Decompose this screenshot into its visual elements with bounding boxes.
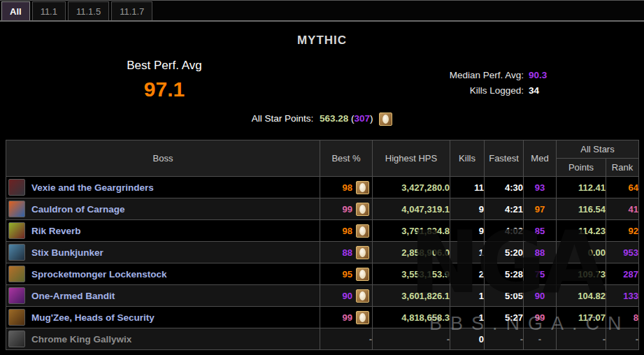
median-perf-label: Median Perf. Avg: bbox=[450, 68, 524, 83]
all-star-points-value: 563.28 bbox=[320, 113, 348, 124]
boss-name-link[interactable]: Cauldron of Carnage bbox=[31, 204, 125, 215]
points-value: 0.00 bbox=[557, 242, 606, 263]
boss-name-link[interactable]: Rik Reverb bbox=[31, 226, 81, 236]
med-value: 90 bbox=[524, 285, 557, 307]
kills-value: 1 bbox=[450, 242, 485, 263]
boss-name-link[interactable]: Stix Bunkjunker bbox=[31, 247, 103, 258]
fastest-value: 5:27 bbox=[485, 307, 524, 328]
tab-11-1-7[interactable]: 11.1.7 bbox=[111, 1, 152, 20]
points-value: 114.23 bbox=[557, 220, 606, 242]
header-med[interactable]: Med bbox=[524, 140, 557, 177]
boss-name-link[interactable]: Mug'Zee, Heads of Security bbox=[31, 312, 155, 323]
med-value: 93 bbox=[524, 177, 557, 198]
boss-portrait-icon bbox=[8, 287, 25, 304]
boss-name-link[interactable]: Vexie and the Geargrinders bbox=[31, 182, 154, 193]
highest-hps-value: 4,818,658.3 bbox=[373, 307, 450, 328]
header-points[interactable]: Points bbox=[557, 159, 606, 177]
patch-tab-bar: All 11.1 11.1.5 11.1.7 bbox=[0, 0, 644, 22]
table-header: Boss Best % Highest HPS Kills Fastest Me… bbox=[6, 140, 639, 177]
points-value: 117.07 bbox=[557, 307, 606, 328]
highest-hps-value: 3,553,153.9 bbox=[373, 263, 450, 285]
trinket-icon bbox=[356, 224, 369, 238]
boss-portrait-icon bbox=[8, 309, 25, 326]
header-rank[interactable]: Rank bbox=[606, 159, 639, 177]
points-value: 116.54 bbox=[557, 198, 606, 220]
best-pct-value[interactable]: 95 bbox=[343, 269, 352, 280]
kills-value: 9 bbox=[450, 220, 485, 242]
trinket-icon bbox=[356, 268, 369, 281]
header-boss[interactable]: Boss bbox=[6, 140, 320, 177]
boss-portrait-icon bbox=[8, 222, 25, 239]
kills-value: 11 bbox=[450, 177, 485, 198]
boss-name-link[interactable]: One-Armed Bandit bbox=[31, 291, 115, 301]
highest-hps-value: 3,791,834.8 bbox=[373, 220, 450, 242]
best-pct-value[interactable]: 90 bbox=[343, 291, 352, 301]
fastest-value: 5:20 bbox=[485, 242, 524, 263]
best-perf-label: Best Perf. Avg bbox=[112, 59, 217, 73]
boss-performance-table: Boss Best % Highest HPS Kills Fastest Me… bbox=[6, 140, 639, 350]
header-highest-hps[interactable]: Highest HPS bbox=[373, 140, 450, 177]
kills-logged-label: Kills Logged: bbox=[470, 83, 524, 99]
rank-value: 287 bbox=[606, 263, 639, 285]
table-row: Chrome King Gallywix - - 0 - - - - bbox=[6, 328, 639, 350]
best-pct-value: - bbox=[320, 328, 373, 350]
all-star-points-line: All Star Points: 563.28 (307) bbox=[0, 113, 644, 126]
boss-portrait-icon bbox=[8, 179, 25, 196]
trinket-icon bbox=[356, 289, 369, 303]
best-pct-value[interactable]: 99 bbox=[343, 204, 352, 215]
highest-hps-value: 3,601,826.1 bbox=[373, 285, 450, 307]
rank-value: 8 bbox=[606, 307, 639, 328]
table-row: Cauldron of Carnage 99 4,047,319.1 9 4:2… bbox=[6, 198, 639, 220]
kills-value: 0 bbox=[450, 328, 485, 350]
table-row: Vexie and the Geargrinders 98 3,427,280.… bbox=[6, 177, 639, 198]
rank-value: 41 bbox=[606, 198, 639, 220]
best-pct-value[interactable]: 98 bbox=[343, 226, 352, 236]
header-best-pct[interactable]: Best % bbox=[320, 140, 373, 177]
med-value: 88 bbox=[524, 242, 557, 263]
boss-portrait-icon bbox=[8, 244, 25, 261]
fastest-value: 4:02 bbox=[485, 220, 524, 242]
all-star-rank-paren-close: ) bbox=[370, 113, 373, 124]
med-value: 85 bbox=[524, 220, 557, 242]
all-star-rank-value: 307 bbox=[355, 113, 371, 124]
trinket-icon bbox=[356, 311, 369, 324]
kills-logged-value: 34 bbox=[529, 83, 554, 99]
tab-11-1-5[interactable]: 11.1.5 bbox=[68, 1, 109, 20]
boss-name-link[interactable]: Chrome King Gallywix bbox=[31, 334, 131, 345]
points-value: 104.82 bbox=[557, 285, 606, 307]
kills-value: 1 bbox=[450, 285, 485, 307]
highest-hps-value: 4,047,319.1 bbox=[373, 198, 450, 220]
table-row: Stix Bunkjunker 88 2,858,906.0 1 5:20 88… bbox=[6, 242, 639, 263]
med-value: 75 bbox=[524, 263, 557, 285]
fastest-value: 5:28 bbox=[485, 263, 524, 285]
tab-all[interactable]: All bbox=[1, 1, 30, 20]
points-value: 112.41 bbox=[557, 177, 606, 198]
warcraft-logs-healer-rankings-page: All 11.1 11.1.5 11.1.7 MYTHIC Best Perf.… bbox=[0, 0, 644, 355]
header-kills[interactable]: Kills bbox=[450, 140, 485, 177]
fastest-value: 4:21 bbox=[485, 198, 524, 220]
trinket-icon bbox=[379, 113, 392, 126]
header-fastest[interactable]: Fastest bbox=[485, 140, 524, 177]
summary-stats-block: Median Perf. Avg: 90.3 Kills Logged: 34 bbox=[420, 68, 554, 99]
rank-value: 953 bbox=[606, 242, 639, 263]
boss-portrait-icon bbox=[8, 331, 25, 347]
highest-hps-value: 3,427,280.0 bbox=[373, 177, 450, 198]
median-perf-row: Median Perf. Avg: 90.3 bbox=[420, 68, 554, 83]
fastest-value: 5:05 bbox=[485, 285, 524, 307]
med-value: - bbox=[524, 328, 557, 350]
best-pct-value[interactable]: 98 bbox=[343, 182, 352, 193]
kills-logged-row: Kills Logged: 34 bbox=[420, 83, 554, 99]
best-pct-value[interactable]: 88 bbox=[343, 247, 352, 258]
rank-value: 64 bbox=[606, 177, 639, 198]
best-pct-value[interactable]: 99 bbox=[343, 312, 352, 323]
rank-value: 92 bbox=[606, 220, 639, 242]
rank-value: 133 bbox=[606, 285, 639, 307]
points-value: 109.73 bbox=[557, 263, 606, 285]
boss-name-link[interactable]: Sprocketmonger Lockenstock bbox=[31, 269, 167, 280]
median-perf-value: 90.3 bbox=[529, 68, 554, 83]
header-all-stars: All Stars bbox=[557, 140, 639, 159]
kills-value: 1 bbox=[450, 307, 485, 328]
tab-11-1[interactable]: 11.1 bbox=[32, 1, 66, 20]
best-perf-value: 97.1 bbox=[112, 78, 217, 101]
table-row: One-Armed Bandit 90 3,601,826.1 1 5:05 9… bbox=[6, 285, 639, 307]
